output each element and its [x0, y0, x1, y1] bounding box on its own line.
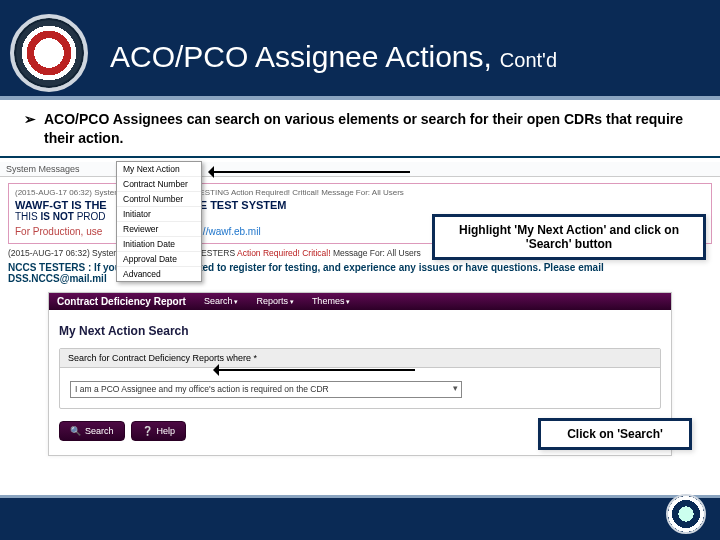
arrow-icon [215, 363, 415, 377]
arrow-icon [210, 165, 410, 179]
menu-themes[interactable]: Themes [312, 296, 350, 306]
my-next-action-heading: My Next Action Search [59, 324, 661, 338]
dropdown-item[interactable]: Approval Date [117, 252, 201, 267]
dropdown-item[interactable]: Advanced [117, 267, 201, 281]
where-select[interactable]: I am a PCO Assignee and my office's acti… [70, 381, 462, 398]
menu-search[interactable]: Search [204, 296, 238, 306]
msg-l2b: IS NOT [41, 211, 74, 222]
search-button-label: Search [85, 426, 114, 436]
dropdown-item[interactable]: Control Number [117, 192, 201, 207]
msg-l2a: THIS [15, 211, 41, 222]
bullet-text: ACO/PCO Assignees can search on various … [44, 110, 702, 148]
dropdown-item[interactable]: Initiation Date [117, 237, 201, 252]
search-panel: Search for Contract Deficiency Reports w… [59, 348, 661, 409]
callout-click-search: Click on 'Search' [538, 418, 692, 450]
help-button-label: Help [157, 426, 176, 436]
line2-red: Action Required! Critical! [237, 248, 331, 258]
slide-header: ACO/PCO Assignee Actions, Cont'd [0, 0, 720, 96]
line3-a: NCCS TESTERS : If you have been directed… [8, 262, 712, 273]
bullet-block: ➢ ACO/PCO Assignees can search on variou… [0, 96, 720, 156]
line2-post: Message For: All Users [331, 248, 421, 258]
dropdown-item[interactable]: Contract Number [117, 177, 201, 192]
cdr-app-bar: Contract Deficiency Report Search Report… [49, 293, 671, 310]
title-main: ACO/PCO Assignee Actions, [110, 40, 492, 74]
where-select-value: I am a PCO Assignee and my office's acti… [71, 382, 461, 396]
msg-row-3: NCCS TESTERS : If you have been directed… [8, 262, 712, 284]
page-title: ACO/PCO Assignee Actions, Cont'd [110, 40, 557, 74]
cdr-title: Contract Deficiency Report [57, 296, 186, 307]
dropdown-item[interactable]: Reviewer [117, 222, 201, 237]
help-button[interactable]: ❔ Help [131, 421, 187, 441]
callout-highlight-my-next-action: Highlight 'My Next Action' and click on … [432, 214, 706, 260]
msg-l3a: For Production, use [15, 226, 102, 237]
slide-footer [0, 498, 720, 540]
dropdown-item[interactable]: My Next Action [117, 162, 201, 177]
dropdown-item[interactable]: Initiator [117, 207, 201, 222]
title-subtitle: Cont'd [500, 49, 557, 72]
agency-seal-icon [10, 14, 88, 92]
search-icon: 🔍 [70, 426, 81, 436]
dod-seal-icon [666, 494, 706, 534]
menu-reports[interactable]: Reports [256, 296, 293, 306]
msg-l1b: E TEST SYSTEM [200, 199, 287, 211]
msg-l2c: PROD [74, 211, 106, 222]
help-icon: ❔ [142, 426, 153, 436]
line3-b: DSS.NCCS@mail.mil [8, 273, 712, 284]
search-button[interactable]: 🔍 Search [59, 421, 125, 441]
msg-l1a: WAWF-GT IS THE [15, 199, 107, 211]
bullet-arrow-icon: ➢ [24, 110, 36, 148]
search-type-dropdown[interactable]: My Next Action Contract Number Control N… [116, 161, 202, 282]
